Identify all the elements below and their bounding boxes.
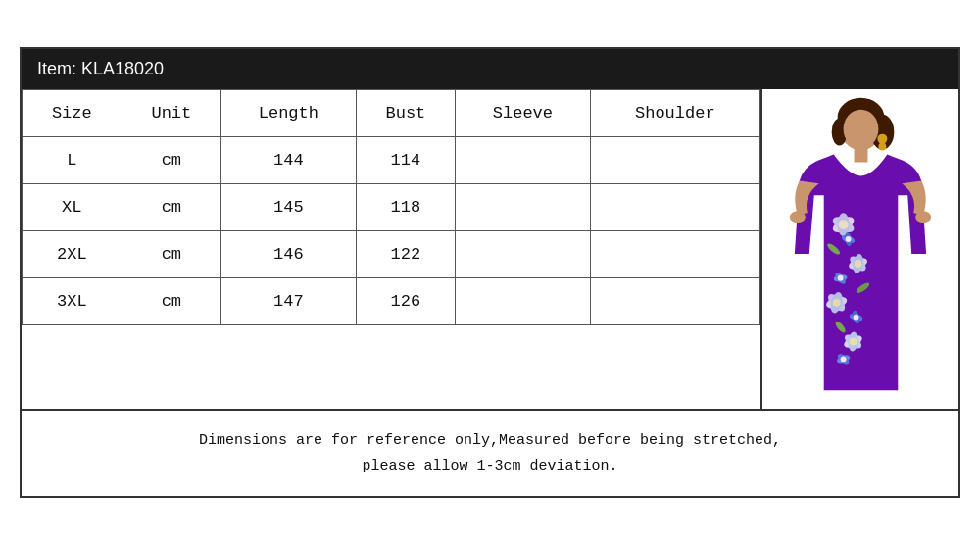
svg-point-39 — [790, 211, 806, 223]
cell-unit: cm — [122, 231, 221, 278]
svg-point-5 — [878, 143, 886, 151]
table-row: XLcm145118 — [23, 184, 760, 231]
svg-rect-7 — [855, 149, 868, 163]
col-size: Size — [23, 90, 122, 137]
cell-length: 144 — [221, 137, 356, 184]
svg-point-40 — [915, 211, 931, 223]
svg-point-11 — [839, 220, 849, 229]
cell-sleeve — [456, 278, 590, 325]
cell-size: 3XL — [23, 278, 122, 325]
svg-point-19 — [833, 299, 841, 307]
size-table: Size Unit Length Bust Sleeve Shoulder Lc… — [22, 89, 760, 325]
svg-point-38 — [841, 356, 847, 362]
footer-line2: please allow 1-3cm deviation. — [41, 454, 939, 479]
svg-point-35 — [854, 315, 859, 321]
product-size-card: Item: KLA18020 Size Unit Length Bust Sle… — [20, 47, 960, 498]
item-header: Item: KLA18020 — [22, 49, 958, 89]
table-row: 2XLcm146122 — [23, 231, 760, 278]
cell-bust: 118 — [356, 184, 456, 231]
col-sleeve: Sleeve — [456, 90, 590, 137]
cell-size: XL — [23, 184, 122, 231]
cell-length: 146 — [221, 231, 356, 278]
table-row: Lcm144114 — [23, 137, 760, 184]
cell-size: 2XL — [23, 231, 122, 278]
content-area: Size Unit Length Bust Sleeve Shoulder Lc… — [22, 89, 958, 409]
col-shoulder: Shoulder — [590, 90, 760, 137]
table-row: 3XLcm147126 — [23, 278, 760, 325]
cell-length: 145 — [221, 184, 356, 231]
col-length: Length — [221, 90, 356, 137]
cell-sleeve — [456, 137, 590, 184]
svg-point-32 — [838, 275, 844, 281]
cell-size: L — [23, 137, 122, 184]
cell-unit: cm — [122, 137, 221, 184]
item-id-label: Item: KLA18020 — [37, 59, 164, 78]
cell-unit: cm — [122, 184, 221, 231]
cell-bust: 114 — [356, 137, 456, 184]
cell-sleeve — [456, 184, 590, 231]
dress-image-section — [762, 89, 958, 409]
cell-shoulder — [590, 137, 760, 184]
cell-sleeve — [456, 231, 590, 278]
cell-bust: 126 — [356, 278, 456, 325]
cell-unit: cm — [122, 278, 221, 325]
col-unit: Unit — [122, 90, 221, 137]
svg-point-29 — [846, 236, 852, 242]
cell-shoulder — [590, 278, 760, 325]
cell-shoulder — [590, 231, 760, 278]
cell-bust: 122 — [356, 231, 456, 278]
cell-length: 147 — [221, 278, 356, 325]
size-table-section: Size Unit Length Bust Sleeve Shoulder Lc… — [22, 89, 762, 409]
svg-point-6 — [844, 110, 879, 149]
cell-shoulder — [590, 184, 760, 231]
svg-point-23 — [850, 338, 858, 346]
table-header-row: Size Unit Length Bust Sleeve Shoulder — [23, 90, 760, 137]
footer-line1: Dimensions are for reference only,Measur… — [41, 428, 939, 454]
svg-point-4 — [877, 134, 887, 144]
svg-point-15 — [855, 260, 862, 268]
dress-image — [770, 97, 951, 401]
footer-note: Dimensions are for reference only,Measur… — [22, 409, 958, 496]
col-bust: Bust — [356, 90, 456, 137]
